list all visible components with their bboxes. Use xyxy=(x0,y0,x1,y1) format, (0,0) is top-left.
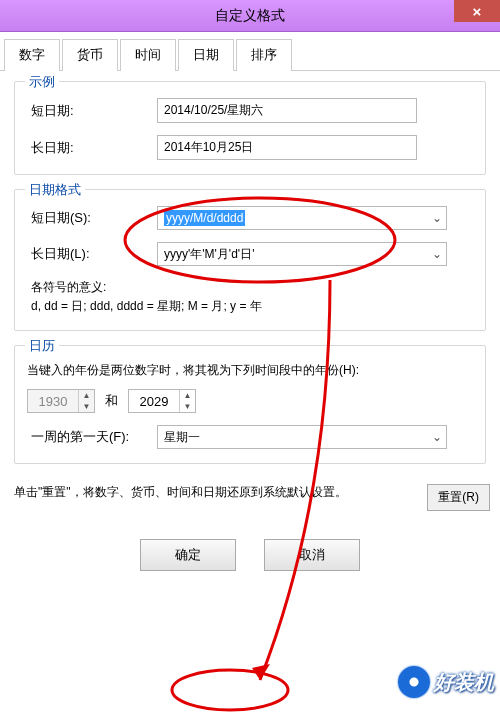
year-to-input[interactable] xyxy=(129,392,179,411)
tab-currency[interactable]: 货币 xyxy=(62,39,118,71)
tab-bar: 数字 货币 时间 日期 排序 xyxy=(0,32,500,71)
watermark-text: 好装机 xyxy=(434,669,494,696)
window-title: 自定义格式 xyxy=(215,7,285,25)
chevron-down-icon: ⌄ xyxy=(428,430,446,444)
year-to-spinner[interactable]: ▲ ▼ xyxy=(128,389,196,413)
label-short-date-example: 短日期: xyxy=(27,102,157,120)
ok-button[interactable]: 确定 xyxy=(140,539,236,571)
value-long-date-example: 2014年10月25日 xyxy=(157,135,417,160)
value-short-date-example: 2014/10/25/星期六 xyxy=(157,98,417,123)
year-from-input xyxy=(28,392,78,411)
dialog-button-row: 确定 取消 xyxy=(0,511,500,571)
label-long-date-format: 长日期(L): xyxy=(27,245,157,263)
eye-icon xyxy=(398,666,430,698)
label-first-day: 一周的第一天(F): xyxy=(27,428,157,446)
titlebar: 自定义格式 × xyxy=(0,0,500,32)
caret-up-icon[interactable]: ▲ xyxy=(180,390,195,401)
group-example-legend: 示例 xyxy=(25,73,59,91)
reset-note: 单击"重置"，将数字、货币、时间和日期还原到系统默认设置。 xyxy=(14,484,347,501)
close-button[interactable]: × xyxy=(454,0,500,22)
tab-date[interactable]: 日期 xyxy=(178,39,234,71)
symbol-meaning: 各符号的意义: d, dd = 日; ddd, dddd = 星期; M = 月… xyxy=(27,278,473,316)
year-from-spinner: ▲ ▼ xyxy=(27,389,95,413)
chevron-down-icon: ⌄ xyxy=(428,247,446,261)
combo-long-date-format[interactable]: yyyy'年'M'月'd'日' ⌄ xyxy=(157,242,447,266)
combo-first-day[interactable]: 星期一 ⌄ xyxy=(157,425,447,449)
combo-first-day-value: 星期一 xyxy=(164,429,200,446)
footer-area: 单击"重置"，将数字、货币、时间和日期还原到系统默认设置。 重置(R) xyxy=(0,478,500,511)
combo-long-date-format-value: yyyy'年'M'月'd'日' xyxy=(164,246,254,263)
label-short-date-format: 短日期(S): xyxy=(27,209,157,227)
combo-short-date-format-value: yyyy/M/d/dddd xyxy=(164,210,245,226)
tab-time[interactable]: 时间 xyxy=(120,39,176,71)
year-between-label: 和 xyxy=(105,392,118,410)
symbol-meaning-text: d, dd = 日; ddd, dddd = 星期; M = 月; y = 年 xyxy=(31,297,473,316)
chevron-down-icon: ⌄ xyxy=(428,211,446,225)
cancel-button[interactable]: 取消 xyxy=(264,539,360,571)
caret-up-icon: ▲ xyxy=(79,390,94,401)
group-date-format: 日期格式 短日期(S): yyyy/M/d/dddd ⌄ 长日期(L): yyy… xyxy=(14,189,486,331)
watermark: 好装机 xyxy=(398,666,494,698)
symbol-meaning-label: 各符号的意义: xyxy=(31,278,473,297)
close-icon: × xyxy=(473,3,482,20)
svg-point-2 xyxy=(172,670,288,710)
caret-down-icon: ▼ xyxy=(79,401,94,412)
group-calendar-legend: 日历 xyxy=(25,337,59,355)
tab-sort[interactable]: 排序 xyxy=(236,39,292,71)
reset-button[interactable]: 重置(R) xyxy=(427,484,490,511)
label-long-date-example: 长日期: xyxy=(27,139,157,157)
group-calendar: 日历 当键入的年份是两位数字时，将其视为下列时间段中的年份(H): ▲ ▼ 和 … xyxy=(14,345,486,464)
group-example: 示例 短日期: 2014/10/25/星期六 长日期: 2014年10月25日 xyxy=(14,81,486,175)
caret-down-icon[interactable]: ▼ xyxy=(180,401,195,412)
svg-marker-1 xyxy=(252,664,270,680)
group-date-format-legend: 日期格式 xyxy=(25,181,85,199)
two-digit-year-text: 当键入的年份是两位数字时，将其视为下列时间段中的年份(H): xyxy=(27,362,473,379)
tab-number[interactable]: 数字 xyxy=(4,39,60,71)
tab-content: 示例 短日期: 2014/10/25/星期六 长日期: 2014年10月25日 … xyxy=(0,71,500,464)
combo-short-date-format[interactable]: yyyy/M/d/dddd ⌄ xyxy=(157,206,447,230)
